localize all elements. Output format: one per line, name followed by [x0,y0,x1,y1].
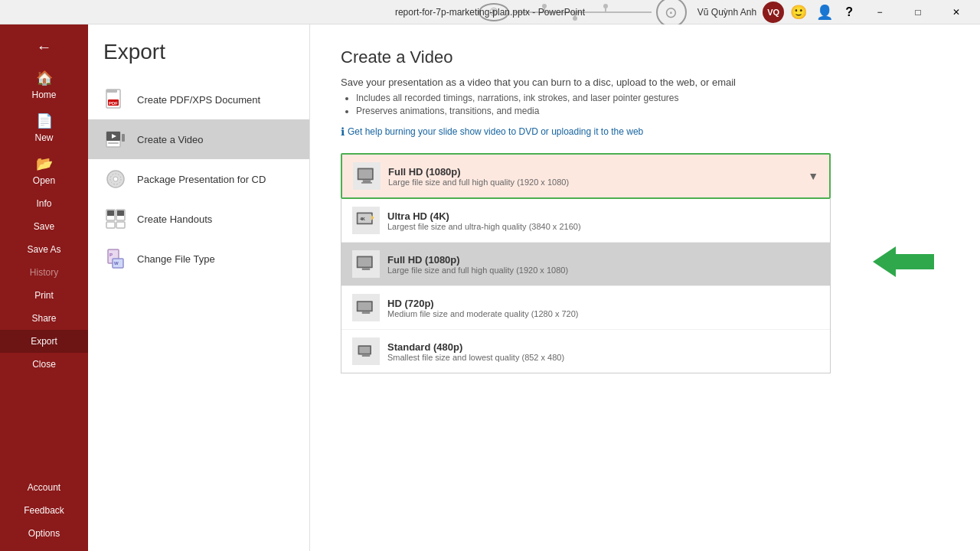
maximize-button[interactable]: □ [900,0,936,24]
option-ultra-hd[interactable]: 4K Ultra HD (4K) Largest file size and u… [341,199,830,243]
svg-rect-22 [116,222,125,228]
hd-icon [352,294,380,321]
hd-title: HD (720p) [387,298,578,309]
user-avatar[interactable]: VQ [763,2,784,23]
back-button[interactable]: ← [0,31,88,64]
section-title: Create a Video [341,47,949,67]
pdf-icon: PDF [103,87,128,112]
svg-rect-30 [359,169,373,178]
svg-rect-41 [358,302,372,311]
sidebar-label-info: Info [36,198,51,209]
help-link[interactable]: ℹ Get help burning your slide show video… [341,126,949,138]
sidebar: ← 🏠 Home 📄 New 📂 Open Info Save Save As [0,24,88,551]
svg-text:PDF: PDF [109,101,118,106]
dropdown-list: 4K Ultra HD (4K) Largest file size and u… [341,199,831,373]
svg-rect-32 [361,182,372,184]
sidebar-label-export: Export [31,336,57,347]
svg-text:W: W [114,261,119,266]
emoji-icon[interactable]: 🙂 [790,4,807,21]
sidebar-item-save-as[interactable]: Save As [0,238,88,261]
sidebar-item-close[interactable]: Close [0,353,88,376]
sidebar-item-share[interactable]: Share [0,307,88,330]
selected-title: Full HD (1080p) [388,166,569,178]
svg-text:P: P [109,253,113,257]
close-button[interactable]: ✕ [939,0,974,24]
svg-marker-46 [873,246,934,277]
selected-text: Full HD (1080p) Large file size and full… [388,166,569,187]
svg-rect-14 [108,142,119,144]
sidebar-label-home: Home [31,90,56,100]
nav-change-file-type[interactable]: P W Change File Type [88,239,309,279]
hd-text: HD (720p) Medium file size and moderate … [387,298,578,318]
full-hd-text: Full HD (1080p) Large file size and full… [387,254,568,275]
home-icon: 🏠 [36,70,53,86]
sidebar-top: ← 🏠 Home 📄 New 📂 Open Info Save Save As [0,24,88,470]
svg-text:4K: 4K [360,217,365,221]
left-panel: Export PDF Create PDF/XPS Document [88,24,310,551]
sidebar-item-account[interactable]: Account [0,476,88,499]
standard-icon [352,337,380,365]
svg-rect-23 [107,210,114,216]
ultra-hd-text: Ultra HD (4K) Largest file size and ultr… [387,210,581,231]
option-standard[interactable]: Standard (480p) Smallest file size and l… [341,330,830,373]
nav-label-create-handouts: Create Handouts [137,214,212,225]
quality-dropdown[interactable]: Full HD (1080p) Large file size and full… [341,153,831,373]
hd-subtitle: Medium file size and moderate quality (1… [387,309,578,318]
sidebar-label-new: New [34,132,53,143]
cd-icon [103,167,128,191]
minimize-button[interactable]: − [862,0,897,24]
sidebar-bottom: Account Feedback Options [0,470,88,551]
nav-package-presentation[interactable]: Package Presentation for CD [88,159,309,199]
svg-rect-10 [106,90,117,93]
person-icon[interactable]: 👤 [816,4,833,21]
bullet-1: Includes all recorded timings, narration… [356,93,949,103]
svg-point-6 [603,4,608,8]
nav-create-handouts[interactable]: Create Handouts [88,199,309,239]
nav-create-pdf[interactable]: PDF Create PDF/XPS Document [88,80,309,119]
svg-rect-15 [122,134,125,142]
sidebar-item-open[interactable]: 📂 Open [0,149,88,192]
sidebar-label-close: Close [32,359,56,370]
handouts-icon [103,207,128,231]
window-title: report-for-7p-marketing-plan.pptx - Powe… [395,7,585,18]
standard-text: Standard (480p) Smallest file size and l… [387,341,564,362]
video-icon [103,127,128,152]
sidebar-item-options[interactable]: Options [0,522,88,545]
help-icon[interactable]: ? [845,5,853,19]
bullet-2: Preserves animations, transitions, and m… [356,106,949,116]
standard-subtitle: Smallest file size and lowest quality (8… [387,353,564,362]
sidebar-item-export[interactable]: Export [0,330,88,353]
dropdown-selected[interactable]: Full HD (1080p) Large file size and full… [341,153,831,199]
option-hd[interactable]: HD (720p) Medium file size and moderate … [341,286,830,330]
svg-rect-42 [362,311,371,314]
sidebar-item-history[interactable]: History [0,261,88,284]
standard-title: Standard (480p) [387,341,564,353]
sidebar-item-home[interactable]: 🏠 Home [0,64,88,106]
nav-create-video[interactable]: Create a Video [88,119,309,159]
svg-rect-31 [363,180,371,182]
sidebar-item-print[interactable]: Print [0,284,88,307]
title-bar: report-for-7p-marketing-plan.pptx - Powe… [0,0,980,24]
svg-rect-45 [362,354,371,357]
sidebar-item-new[interactable]: 📄 New [0,106,88,149]
sidebar-label-options: Options [28,528,60,539]
feature-list: Includes all recorded timings, narration… [356,93,949,116]
nav-label-create-video: Create a Video [137,134,204,145]
svg-point-17 [113,177,118,181]
sidebar-item-feedback[interactable]: Feedback [0,499,88,522]
nav-label-create-pdf: Create PDF/XPS Document [137,94,260,106]
green-arrow [873,246,934,280]
sidebar-item-info[interactable]: Info [0,192,88,215]
deco-circle2: ⊙ [656,0,687,28]
svg-rect-38 [358,257,372,266]
chevron-down-icon: ▼ [808,170,818,182]
open-icon: 📂 [36,155,53,172]
new-icon: 📄 [36,112,53,129]
option-full-hd[interactable]: Full HD (1080p) Large file size and full… [341,243,830,286]
ultra-hd-icon: 4K [352,207,380,234]
info-icon: ℹ [341,126,345,138]
ultra-hd-subtitle: Largest file size and ultra-high quality… [387,222,581,231]
sidebar-label-open: Open [33,175,55,186]
sidebar-item-save[interactable]: Save [0,215,88,238]
nav-label-package-presentation: Package Presentation for CD [137,174,266,185]
